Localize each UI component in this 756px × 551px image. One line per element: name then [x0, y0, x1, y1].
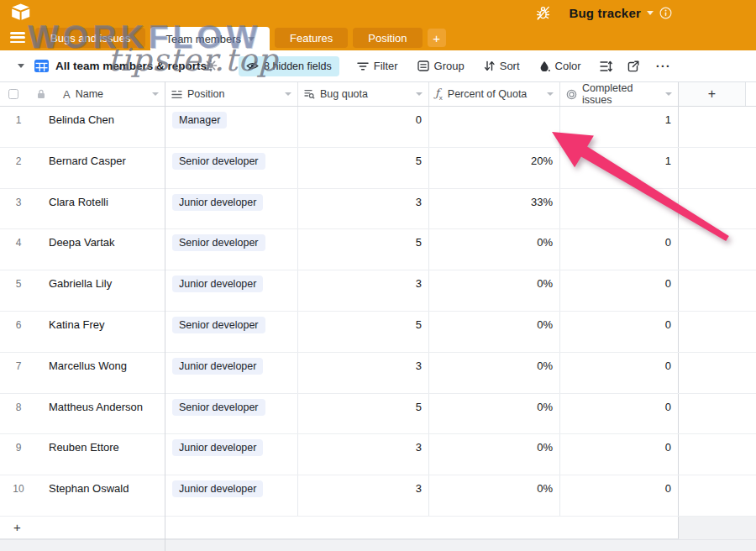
cell-position[interactable]: Senior developer	[165, 148, 298, 188]
add-column-button[interactable]: +	[679, 82, 746, 106]
table-row[interactable]: 8 Mattheus Anderson Senior developer 5 0…	[0, 394, 756, 435]
airtable-logo-icon[interactable]	[10, 3, 32, 22]
cell-completed-issues[interactable]: 0	[560, 434, 679, 475]
cell-completed-issues[interactable]: 0	[560, 353, 679, 393]
cell-percent-of-quota[interactable]: 33%	[429, 189, 560, 229]
cell-name[interactable]: Bernard Casper	[37, 155, 126, 188]
cell-name[interactable]: Belinda Chen	[37, 113, 114, 147]
tab-bugs-and-issues[interactable]: Bugs and issues	[35, 28, 145, 48]
cell-position[interactable]: Junior developer	[165, 189, 298, 229]
column-caret-icon[interactable]	[416, 92, 423, 96]
column-header-row: A Name Position Bug quota	[0, 81, 756, 107]
cell-bug-quota[interactable]: 0	[298, 107, 429, 147]
cell-completed-issues[interactable]: 1	[560, 107, 679, 147]
cell-bug-quota[interactable]: 5	[298, 148, 429, 188]
cell-position[interactable]: Junior developer	[165, 475, 298, 516]
column-header-percent-of-quota[interactable]: ƒx Percent of Quota	[429, 82, 560, 106]
cell-position[interactable]: Senior developer	[165, 312, 298, 352]
table-row[interactable]: 7 Marcellus Wong Junior developer 3 0% 0	[0, 353, 756, 394]
collapse-caret-icon[interactable]	[18, 64, 24, 68]
row-number: 9	[0, 441, 37, 475]
cell-percent-of-quota[interactable]: 0%	[429, 312, 560, 352]
cell-completed-issues[interactable]: 0	[560, 229, 679, 270]
base-menu-caret-icon[interactable]	[647, 11, 654, 15]
column-caret-icon[interactable]	[285, 92, 291, 96]
column-header-bug-quota[interactable]: Bug quota	[298, 82, 429, 106]
cell-position[interactable]: Junior developer	[165, 434, 298, 475]
cell-name[interactable]: Gabriella Lily	[37, 277, 112, 311]
cell-percent-of-quota[interactable]: 20%	[429, 148, 560, 188]
table-row[interactable]: 5 Gabriella Lily Junior developer 3 0% 0	[0, 270, 756, 312]
add-row-button[interactable]: +	[0, 517, 679, 539]
add-table-button[interactable]: +	[428, 29, 446, 47]
row-number: 7	[0, 359, 37, 393]
cell-bug-quota[interactable]: 5	[298, 312, 429, 352]
table-row[interactable]: 4 Deepa Vartak Senior developer 5 0% 0	[0, 229, 756, 270]
row-height-button[interactable]	[600, 60, 612, 72]
cell-percent-of-quota[interactable]: 0%	[429, 394, 560, 434]
select-all-checkbox[interactable]	[8, 89, 18, 99]
cell-bug-quota[interactable]: 3	[298, 189, 429, 229]
cell-name[interactable]: Reuben Ettore	[37, 441, 119, 475]
table-row[interactable]: 10 Stephan Oswald Junior developer 3 0% …	[0, 475, 756, 517]
cell-bug-quota[interactable]: 3	[298, 434, 429, 475]
cell-name[interactable]: Deepa Vartak	[37, 236, 115, 270]
cell-position[interactable]: Junior developer	[165, 270, 298, 311]
view-name[interactable]: All team members & reports	[55, 60, 207, 72]
filter-button[interactable]: Filter	[357, 60, 398, 72]
cell-name[interactable]: Katina Frey	[37, 318, 104, 352]
more-options-icon[interactable]: ···	[656, 59, 671, 73]
share-icon	[627, 60, 639, 72]
hidden-fields-button[interactable]: 8 hidden fields	[239, 56, 339, 76]
table-row[interactable]: 6 Katina Frey Senior developer 5 0% 0	[0, 312, 756, 353]
cell-bug-quota[interactable]: 3	[298, 270, 429, 311]
cell-bug-quota[interactable]: 3	[298, 475, 429, 516]
cell-name[interactable]: Marcellus Wong	[37, 359, 127, 393]
cell-percent-of-quota[interactable]	[429, 107, 560, 147]
cell-percent-of-quota[interactable]: 0%	[429, 353, 560, 393]
cell-bug-quota[interactable]: 5	[298, 394, 429, 434]
color-button[interactable]: Color	[539, 60, 581, 72]
cell-percent-of-quota[interactable]: 0%	[429, 475, 560, 516]
column-caret-icon[interactable]	[152, 92, 159, 96]
cell-name[interactable]: Clara Rotelli	[37, 196, 108, 229]
tab-team-members[interactable]: Team members	[150, 27, 270, 50]
grid-view-icon[interactable]	[34, 60, 49, 72]
column-caret-icon[interactable]	[547, 92, 554, 96]
row-number: 3	[0, 196, 37, 229]
column-header-completed-issues[interactable]: Completed issues	[560, 82, 679, 106]
cell-position[interactable]: Senior developer	[165, 394, 298, 434]
cell-position[interactable]: Manager	[165, 107, 298, 147]
cell-completed-issues[interactable]: 0	[560, 312, 679, 352]
cell-name[interactable]: Stephan Oswald	[37, 482, 129, 516]
tab-caret-icon[interactable]	[248, 37, 255, 41]
table-row[interactable]: 9 Reuben Ettore Junior developer 3 0% 0	[0, 434, 756, 475]
cell-position[interactable]: Senior developer	[165, 229, 298, 270]
cell-name[interactable]: Mattheus Anderson	[37, 401, 143, 434]
table-row[interactable]: 2 Bernard Casper Senior developer 5 20% …	[0, 148, 756, 189]
share-view-button[interactable]	[627, 60, 639, 72]
hamburger-menu-icon[interactable]	[10, 32, 25, 43]
base-title[interactable]: Bug tracker	[535, 0, 672, 25]
table-row[interactable]: 3 Clara Rotelli Junior developer 3 33% 1	[0, 189, 756, 230]
table-row[interactable]: 1 Belinda Chen Manager 0 1	[0, 107, 756, 148]
tab-position[interactable]: Position	[353, 28, 422, 48]
group-button[interactable]: Group	[417, 60, 465, 72]
cell-percent-of-quota[interactable]: 0%	[429, 270, 560, 311]
cell-bug-quota[interactable]: 5	[298, 229, 429, 270]
cell-completed-issues[interactable]: 0	[560, 270, 679, 311]
cell-bug-quota[interactable]: 3	[298, 353, 429, 393]
column-header-name[interactable]: A Name	[0, 82, 165, 106]
sort-button[interactable]: Sort	[484, 60, 520, 72]
cell-completed-issues[interactable]: 0	[560, 475, 679, 516]
cell-completed-issues[interactable]: 1	[560, 189, 679, 229]
cell-completed-issues[interactable]: 1	[560, 148, 679, 188]
tab-features[interactable]: Features	[275, 28, 348, 48]
cell-percent-of-quota[interactable]: 0%	[429, 229, 560, 270]
column-header-position[interactable]: Position	[165, 82, 298, 106]
cell-position[interactable]: Junior developer	[165, 353, 298, 393]
cell-percent-of-quota[interactable]: 0%	[429, 434, 560, 475]
info-icon[interactable]	[659, 7, 672, 19]
cell-completed-issues[interactable]: 0	[560, 394, 679, 434]
column-caret-icon[interactable]	[665, 92, 672, 96]
